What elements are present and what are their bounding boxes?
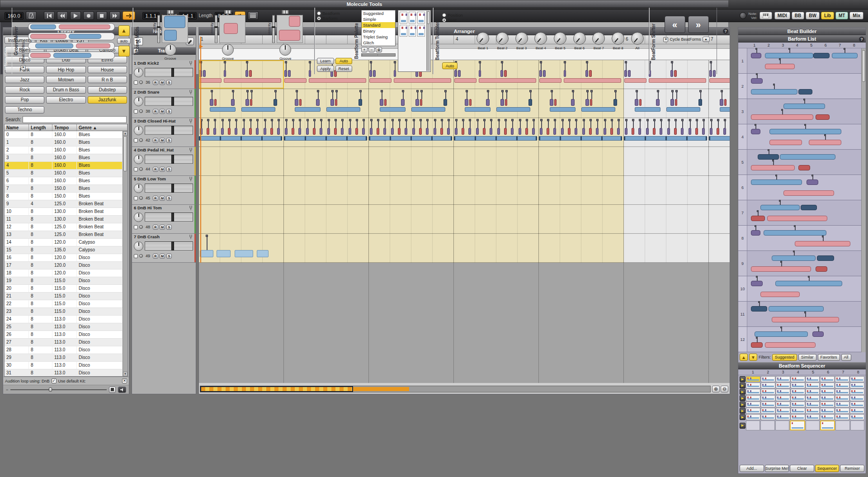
arranger-help-icon[interactable]: ? — [723, 28, 728, 34]
note-block[interactable] — [695, 128, 698, 135]
sequencer-cell[interactable] — [806, 383, 820, 388]
note-block[interactable] — [341, 128, 344, 135]
sequencer-cell[interactable] — [746, 383, 760, 388]
radio-position[interactable]: Position — [442, 13, 471, 18]
m-button[interactable]: M — [160, 109, 165, 114]
knob-beat-3[interactable] — [515, 32, 528, 45]
sequencer-cell[interactable] — [850, 408, 864, 414]
note-block[interactable] — [355, 128, 358, 135]
view-button-bb[interactable]: BB — [792, 12, 804, 19]
sequencer-cell[interactable] — [850, 389, 864, 395]
genre-pop[interactable]: Pop — [5, 96, 44, 104]
palette-item-simple[interactable]: Simple — [362, 16, 395, 22]
note-block[interactable] — [249, 128, 252, 135]
cycle-dropdown-button[interactable]: ▼ — [703, 37, 710, 42]
sequencer-cell[interactable] — [835, 376, 849, 382]
groove-pattern-bar[interactable] — [28, 52, 115, 59]
sequencer-cell[interactable] — [791, 376, 805, 382]
speaker-button[interactable] — [118, 387, 126, 393]
track-checkbox[interactable] — [134, 138, 138, 142]
note-block[interactable] — [411, 107, 445, 112]
note-block[interactable] — [475, 136, 476, 141]
table-row[interactable]: 238115.0Disco — [5, 308, 123, 316]
groove-auto-button[interactable]: auto — [117, 38, 131, 44]
note-block[interactable] — [330, 99, 334, 106]
genre-rock[interactable]: Rock — [5, 86, 44, 94]
sequencer-cell[interactable] — [746, 414, 760, 420]
column-header-name[interactable]: Name — [5, 124, 29, 131]
table-row[interactable]: 188120.0Disco — [5, 269, 123, 277]
note-block[interactable] — [454, 136, 455, 141]
groove-knob[interactable] — [165, 44, 176, 56]
m-button[interactable]: M — [160, 196, 165, 201]
sequencer-cell[interactable] — [761, 401, 775, 407]
knob-beat-7[interactable] — [592, 32, 605, 45]
timing-knob[interactable] — [134, 241, 143, 251]
sequencer-cell[interactable] — [806, 389, 820, 395]
filter-favorites[interactable]: Favorites — [818, 354, 840, 361]
track-slider[interactable] — [145, 213, 193, 222]
move-notes-checkbox[interactable]: ✕ — [21, 65, 26, 70]
note-block[interactable] — [465, 107, 490, 112]
note-block[interactable] — [419, 128, 422, 135]
note-block[interactable] — [479, 78, 537, 83]
note-block[interactable] — [717, 128, 719, 135]
knob-beat-8[interactable] — [612, 32, 624, 45]
note-block[interactable] — [656, 99, 660, 106]
note-block[interactable] — [645, 136, 646, 141]
palette-preview-cell[interactable] — [409, 25, 416, 37]
sequencer-slot-cell[interactable] — [806, 420, 820, 430]
note-block[interactable] — [698, 99, 702, 106]
table-row[interactable]: 248113.0Disco — [5, 316, 123, 323]
column-header-tempo[interactable]: Tempo — [52, 124, 77, 131]
volume-slider[interactable] — [10, 387, 107, 392]
track-header-2-dnb-snare[interactable]: 2 DnB Snare38RMS — [132, 89, 196, 118]
r-button[interactable]: R — [153, 225, 158, 230]
sequencer-cell[interactable] — [806, 401, 820, 407]
track-checkbox[interactable] — [134, 109, 138, 113]
note-block[interactable] — [380, 107, 405, 112]
surprise-me--button[interactable]: Surprise Me! — [765, 465, 789, 472]
sequencer-slot-cell[interactable] — [775, 420, 789, 430]
note-block[interactable] — [706, 136, 707, 141]
filter-down-button[interactable]: ▼ — [749, 354, 757, 361]
table-row[interactable]: 118130.0Broken Beat — [5, 216, 123, 223]
remixer-button[interactable]: Remixer — [840, 465, 864, 472]
sequencer-cell[interactable] — [820, 401, 835, 407]
note-block[interactable] — [495, 136, 497, 141]
note-block[interactable] — [596, 128, 599, 135]
tumbler-auto-button[interactable]: Auto — [442, 62, 458, 69]
sequencer-cell[interactable] — [776, 408, 790, 414]
note-block[interactable] — [723, 128, 726, 135]
arranger-h-scrollbar[interactable] — [200, 386, 711, 392]
note-block[interactable] — [709, 136, 710, 141]
note-block[interactable] — [540, 128, 542, 135]
m-button[interactable]: M — [160, 254, 165, 259]
sequencer-cell[interactable] — [776, 414, 790, 420]
sequencer-cell[interactable] — [761, 395, 775, 401]
note-block[interactable] — [346, 136, 348, 141]
sequencer-cell[interactable] — [835, 395, 849, 401]
knob-beat-1[interactable] — [476, 32, 489, 45]
palette-item-glitch[interactable]: Glitch — [362, 40, 395, 46]
palette-item-triplet-swing[interactable]: Triplet Swing — [362, 34, 395, 40]
r-button[interactable]: R — [153, 196, 158, 201]
note-block[interactable] — [335, 99, 338, 106]
filter-similar[interactable]: Similar — [798, 354, 816, 361]
note-block[interactable] — [264, 128, 266, 135]
column-header-genre[interactable]: Genre▲ — [77, 124, 127, 131]
note-block[interactable] — [362, 128, 365, 135]
sequencer-cell[interactable] — [746, 395, 760, 401]
m-button[interactable]: M — [160, 167, 165, 172]
sequencer-cell[interactable] — [746, 376, 760, 382]
note-block[interactable] — [536, 136, 537, 141]
genre-techno[interactable]: Techno — [5, 106, 44, 113]
sequencer-button[interactable]: Sequencer — [815, 465, 840, 472]
note-block[interactable] — [604, 128, 606, 135]
groove-down-button[interactable]: ▼ — [118, 46, 130, 57]
palette-item-suggested[interactable]: Suggested — [362, 10, 395, 16]
palette-preview-cell[interactable] — [400, 25, 407, 37]
note-block[interactable] — [270, 128, 273, 135]
note-block[interactable] — [410, 136, 412, 141]
sequencer-cell[interactable] — [761, 414, 775, 420]
